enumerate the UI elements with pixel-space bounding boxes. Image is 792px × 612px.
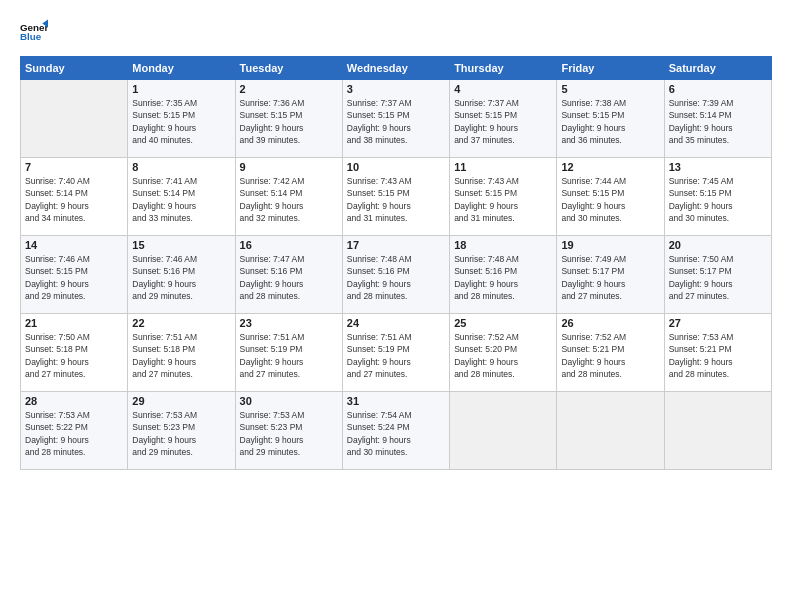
day-number: 5 [561,83,659,95]
day-info: Sunrise: 7:53 AM Sunset: 5:22 PM Dayligh… [25,409,123,458]
day-number: 31 [347,395,445,407]
day-info: Sunrise: 7:37 AM Sunset: 5:15 PM Dayligh… [454,97,552,146]
day-number: 29 [132,395,230,407]
day-info: Sunrise: 7:48 AM Sunset: 5:16 PM Dayligh… [347,253,445,302]
day-info: Sunrise: 7:53 AM Sunset: 5:23 PM Dayligh… [240,409,338,458]
calendar-day: 7Sunrise: 7:40 AM Sunset: 5:14 PM Daylig… [21,158,128,236]
day-number: 1 [132,83,230,95]
day-info: Sunrise: 7:37 AM Sunset: 5:15 PM Dayligh… [347,97,445,146]
calendar-day: 9Sunrise: 7:42 AM Sunset: 5:14 PM Daylig… [235,158,342,236]
day-number: 12 [561,161,659,173]
day-number: 21 [25,317,123,329]
day-number: 2 [240,83,338,95]
calendar-empty [21,80,128,158]
day-info: Sunrise: 7:36 AM Sunset: 5:15 PM Dayligh… [240,97,338,146]
day-info: Sunrise: 7:39 AM Sunset: 5:14 PM Dayligh… [669,97,767,146]
calendar-day: 8Sunrise: 7:41 AM Sunset: 5:14 PM Daylig… [128,158,235,236]
calendar-week-row: 21Sunrise: 7:50 AM Sunset: 5:18 PM Dayli… [21,314,772,392]
day-info: Sunrise: 7:50 AM Sunset: 5:17 PM Dayligh… [669,253,767,302]
calendar-empty [664,392,771,470]
day-number: 8 [132,161,230,173]
day-info: Sunrise: 7:50 AM Sunset: 5:18 PM Dayligh… [25,331,123,380]
calendar-day: 3Sunrise: 7:37 AM Sunset: 5:15 PM Daylig… [342,80,449,158]
day-info: Sunrise: 7:51 AM Sunset: 5:19 PM Dayligh… [347,331,445,380]
calendar-day: 24Sunrise: 7:51 AM Sunset: 5:19 PM Dayli… [342,314,449,392]
day-number: 24 [347,317,445,329]
logo-icon: General Blue [20,18,48,46]
day-number: 23 [240,317,338,329]
day-info: Sunrise: 7:35 AM Sunset: 5:15 PM Dayligh… [132,97,230,146]
day-number: 16 [240,239,338,251]
day-number: 17 [347,239,445,251]
calendar-day: 26Sunrise: 7:52 AM Sunset: 5:21 PM Dayli… [557,314,664,392]
calendar-day: 19Sunrise: 7:49 AM Sunset: 5:17 PM Dayli… [557,236,664,314]
calendar-week-row: 28Sunrise: 7:53 AM Sunset: 5:22 PM Dayli… [21,392,772,470]
day-info: Sunrise: 7:38 AM Sunset: 5:15 PM Dayligh… [561,97,659,146]
day-number: 3 [347,83,445,95]
day-number: 14 [25,239,123,251]
day-number: 18 [454,239,552,251]
calendar-day: 27Sunrise: 7:53 AM Sunset: 5:21 PM Dayli… [664,314,771,392]
day-number: 7 [25,161,123,173]
day-info: Sunrise: 7:53 AM Sunset: 5:21 PM Dayligh… [669,331,767,380]
logo: General Blue [20,18,52,46]
calendar-day: 2Sunrise: 7:36 AM Sunset: 5:15 PM Daylig… [235,80,342,158]
calendar-day: 23Sunrise: 7:51 AM Sunset: 5:19 PM Dayli… [235,314,342,392]
day-info: Sunrise: 7:53 AM Sunset: 5:23 PM Dayligh… [132,409,230,458]
calendar-day: 13Sunrise: 7:45 AM Sunset: 5:15 PM Dayli… [664,158,771,236]
calendar-empty [557,392,664,470]
day-info: Sunrise: 7:44 AM Sunset: 5:15 PM Dayligh… [561,175,659,224]
day-info: Sunrise: 7:54 AM Sunset: 5:24 PM Dayligh… [347,409,445,458]
calendar-day: 10Sunrise: 7:43 AM Sunset: 5:15 PM Dayli… [342,158,449,236]
day-number: 6 [669,83,767,95]
day-number: 22 [132,317,230,329]
calendar-day: 31Sunrise: 7:54 AM Sunset: 5:24 PM Dayli… [342,392,449,470]
day-info: Sunrise: 7:51 AM Sunset: 5:19 PM Dayligh… [240,331,338,380]
calendar-day: 18Sunrise: 7:48 AM Sunset: 5:16 PM Dayli… [450,236,557,314]
day-number: 28 [25,395,123,407]
calendar-week-row: 14Sunrise: 7:46 AM Sunset: 5:15 PM Dayli… [21,236,772,314]
calendar-day: 21Sunrise: 7:50 AM Sunset: 5:18 PM Dayli… [21,314,128,392]
day-number: 30 [240,395,338,407]
calendar-table: SundayMondayTuesdayWednesdayThursdayFrid… [20,56,772,470]
day-number: 11 [454,161,552,173]
day-info: Sunrise: 7:52 AM Sunset: 5:21 PM Dayligh… [561,331,659,380]
day-info: Sunrise: 7:42 AM Sunset: 5:14 PM Dayligh… [240,175,338,224]
day-info: Sunrise: 7:45 AM Sunset: 5:15 PM Dayligh… [669,175,767,224]
day-info: Sunrise: 7:43 AM Sunset: 5:15 PM Dayligh… [347,175,445,224]
day-number: 26 [561,317,659,329]
header: General Blue [20,18,772,46]
svg-text:Blue: Blue [20,31,42,42]
day-number: 4 [454,83,552,95]
day-info: Sunrise: 7:48 AM Sunset: 5:16 PM Dayligh… [454,253,552,302]
weekday-header: Wednesday [342,57,449,80]
calendar-day: 25Sunrise: 7:52 AM Sunset: 5:20 PM Dayli… [450,314,557,392]
day-info: Sunrise: 7:41 AM Sunset: 5:14 PM Dayligh… [132,175,230,224]
day-number: 10 [347,161,445,173]
calendar-day: 1Sunrise: 7:35 AM Sunset: 5:15 PM Daylig… [128,80,235,158]
day-number: 27 [669,317,767,329]
weekday-header: Saturday [664,57,771,80]
day-info: Sunrise: 7:52 AM Sunset: 5:20 PM Dayligh… [454,331,552,380]
day-number: 20 [669,239,767,251]
calendar-day: 11Sunrise: 7:43 AM Sunset: 5:15 PM Dayli… [450,158,557,236]
day-info: Sunrise: 7:46 AM Sunset: 5:15 PM Dayligh… [25,253,123,302]
day-info: Sunrise: 7:51 AM Sunset: 5:18 PM Dayligh… [132,331,230,380]
calendar-day: 28Sunrise: 7:53 AM Sunset: 5:22 PM Dayli… [21,392,128,470]
calendar-day: 16Sunrise: 7:47 AM Sunset: 5:16 PM Dayli… [235,236,342,314]
calendar-day: 20Sunrise: 7:50 AM Sunset: 5:17 PM Dayli… [664,236,771,314]
calendar-day: 29Sunrise: 7:53 AM Sunset: 5:23 PM Dayli… [128,392,235,470]
calendar-header-row: SundayMondayTuesdayWednesdayThursdayFrid… [21,57,772,80]
weekday-header: Sunday [21,57,128,80]
calendar-day: 17Sunrise: 7:48 AM Sunset: 5:16 PM Dayli… [342,236,449,314]
day-number: 19 [561,239,659,251]
day-info: Sunrise: 7:49 AM Sunset: 5:17 PM Dayligh… [561,253,659,302]
day-number: 25 [454,317,552,329]
calendar-day: 4Sunrise: 7:37 AM Sunset: 5:15 PM Daylig… [450,80,557,158]
calendar-day: 5Sunrise: 7:38 AM Sunset: 5:15 PM Daylig… [557,80,664,158]
calendar-day: 12Sunrise: 7:44 AM Sunset: 5:15 PM Dayli… [557,158,664,236]
calendar-day: 14Sunrise: 7:46 AM Sunset: 5:15 PM Dayli… [21,236,128,314]
calendar-empty [450,392,557,470]
day-info: Sunrise: 7:40 AM Sunset: 5:14 PM Dayligh… [25,175,123,224]
day-info: Sunrise: 7:46 AM Sunset: 5:16 PM Dayligh… [132,253,230,302]
